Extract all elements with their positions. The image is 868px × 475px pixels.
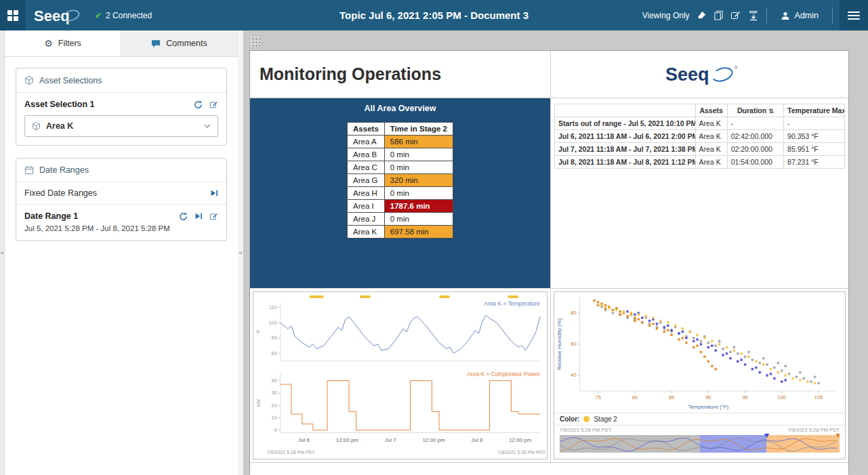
apps-grid-icon <box>7 10 18 21</box>
capsule-temp-cell: - <box>784 117 845 130</box>
capsule-table: Assets Duration⇅ Temperature Max Starts … <box>554 104 845 169</box>
double-chevron-right-icon: » <box>0 249 3 256</box>
apps-grid-button[interactable] <box>0 0 26 30</box>
asset-select-dropdown[interactable]: Area K <box>24 115 218 137</box>
main-menu-button[interactable] <box>840 0 868 30</box>
overview-value-cell: 0 min <box>384 148 453 161</box>
svg-text:30: 30 <box>272 390 277 396</box>
refresh-icon[interactable] <box>194 100 203 109</box>
asset-selections-title: Asset Selections <box>39 76 102 85</box>
capsule-col-tempmax: Temperature Max <box>784 104 845 117</box>
capsule-temp-cell: 90.353 °F <box>784 130 845 143</box>
trend-chart: 8090100110°FArea K » Temperature01020304… <box>253 291 547 459</box>
capsule-duration-cell: 02:42:00.000 <box>727 130 783 143</box>
table-row: Area K697.58 min <box>348 226 453 239</box>
capsule-table-cell: Assets Duration⇅ Temperature Max Starts … <box>551 98 848 288</box>
seeq-logo-graphic: Seeq <box>33 5 83 26</box>
capsule-duration-cell: - <box>727 117 783 130</box>
svg-text:kW: kW <box>255 398 262 407</box>
capsule-duration-cell: 01:54:00.000 <box>727 156 783 169</box>
table-row: Area H0 min <box>348 187 453 200</box>
overview-asset-cell: Area A <box>348 136 385 148</box>
overview-value-cell: 0 min <box>384 213 453 226</box>
table-row: Area J0 min <box>348 213 453 226</box>
asset-selections-card: Asset Selections Asset Selection 1 <box>16 68 227 146</box>
svg-text:Relative Humidity (%): Relative Humidity (%) <box>556 318 562 370</box>
seeq-logo-text: Seeq <box>34 7 70 24</box>
svg-text:100: 100 <box>778 394 786 400</box>
tab-comments[interactable]: Comments <box>121 30 238 56</box>
capsule-asset-cell: Area K <box>695 130 727 143</box>
capsule-range-cell: Jul 6, 2021 11:18 AM - Jul 6, 2021 2:00 … <box>555 130 696 143</box>
overview-asset-cell: Area G <box>348 174 385 187</box>
edit-icon[interactable] <box>209 212 218 221</box>
svg-text:Jul 7: Jul 7 <box>385 437 396 443</box>
range-start-timestamp: 7/5/2021 5:28 PM PDT <box>560 427 611 433</box>
step-forward-icon[interactable] <box>194 212 203 220</box>
svg-text:90: 90 <box>705 394 711 400</box>
fixed-date-ranges-row: Fixed Date Ranges <box>16 182 226 205</box>
table-row: Jul 7, 2021 11:18 AM - Jul 7, 2021 1:38 … <box>555 143 845 156</box>
sidebar-expand-handle[interactable]: » <box>0 30 5 475</box>
capsule-temp-cell: 85.951 °F <box>784 143 845 156</box>
duplicate-icon[interactable] <box>714 10 724 20</box>
legend-dot <box>583 416 590 422</box>
document-seeq-logo: Seeq ® <box>551 51 848 98</box>
edit-icon[interactable] <box>209 100 218 109</box>
svg-text:Jul 8: Jul 8 <box>471 437 482 443</box>
overview-value-cell: 697.58 min <box>384 226 453 239</box>
capsule-temp-cell: 87.231 °F <box>784 156 845 169</box>
svg-text:12:00 pm: 12:00 pm <box>422 437 445 443</box>
minimap-svg[interactable] <box>560 434 840 454</box>
seeq-logo[interactable]: Seeq <box>33 5 83 26</box>
overview-col-assets: Assets <box>348 123 385 136</box>
svg-text:80: 80 <box>632 394 638 400</box>
svg-text:°F: °F <box>255 329 262 335</box>
check-icon: ✔ <box>95 11 102 20</box>
svg-text:40: 40 <box>272 377 277 384</box>
svg-text:110: 110 <box>269 304 277 310</box>
tab-filters-label: Filters <box>58 39 81 48</box>
overview-asset-cell: Area C <box>348 161 385 174</box>
table-row: Area I1787.6 min <box>348 200 453 213</box>
sort-icon[interactable]: ⇅ <box>768 108 774 115</box>
date-ranges-card: Date Ranges Fixed Date Ranges Date Range… <box>16 158 227 241</box>
separator <box>832 7 833 24</box>
svg-text:20: 20 <box>272 402 277 409</box>
scatter-legend: Color: Stage 2 <box>554 413 845 426</box>
asset-select-value: Area K <box>46 121 73 131</box>
capsule-range-cell: Starts out of range - Jul 5, 2021 10:10 … <box>555 117 696 130</box>
overview-title: All Area Overview <box>250 98 550 113</box>
overview-value-cell: 320 min <box>384 174 453 187</box>
svg-text:95: 95 <box>742 394 747 400</box>
capsule-duration-cell: 02:20:00.000 <box>727 143 783 156</box>
sidebar-collapse-handle[interactable]: « <box>238 30 244 475</box>
table-row: Area G320 min <box>348 174 453 187</box>
svg-text:90: 90 <box>272 335 277 341</box>
pdf-export-icon[interactable]: PDF <box>747 9 760 21</box>
tab-filters[interactable]: ⚙ Filters <box>5 30 121 56</box>
drag-handle-icon[interactable] <box>249 35 262 48</box>
viewing-only-label: Viewing Only <box>642 11 690 20</box>
connection-status[interactable]: ✔ 2 Connected <box>95 11 152 20</box>
document-seeq-logo-text: Seeq <box>665 64 709 85</box>
table-row: Area B0 min <box>348 148 453 161</box>
overview-asset-cell: Area H <box>348 187 385 200</box>
annotate-icon[interactable] <box>697 10 707 20</box>
capsule-range-cell: Jul 8, 2021 11:18 AM - Jul 8, 2021 1:12 … <box>555 156 696 169</box>
table-row: Area A586 min <box>348 136 453 148</box>
overview-value-cell: 1787.6 min <box>384 200 453 213</box>
separator <box>766 7 767 24</box>
edit-document-icon[interactable] <box>730 10 741 20</box>
svg-text:60: 60 <box>571 341 576 347</box>
user-menu-button[interactable]: Admin <box>774 11 825 20</box>
svg-text:Area K » Temperature: Area K » Temperature <box>484 300 540 307</box>
overview-value-cell: 0 min <box>384 161 453 174</box>
refresh-icon[interactable] <box>179 212 188 221</box>
topic-document-title: Topic Jul 6, 2021 2:05 PM - Document 3 <box>339 9 529 21</box>
svg-text:85: 85 <box>669 394 674 400</box>
document-area: Monitoring Operations Seeq ® All Area Ov… <box>244 30 868 475</box>
step-forward-icon[interactable] <box>210 189 218 197</box>
svg-text:12:00 pm: 12:00 pm <box>509 437 532 443</box>
capsule-col-duration: Duration⇅ <box>727 104 783 117</box>
